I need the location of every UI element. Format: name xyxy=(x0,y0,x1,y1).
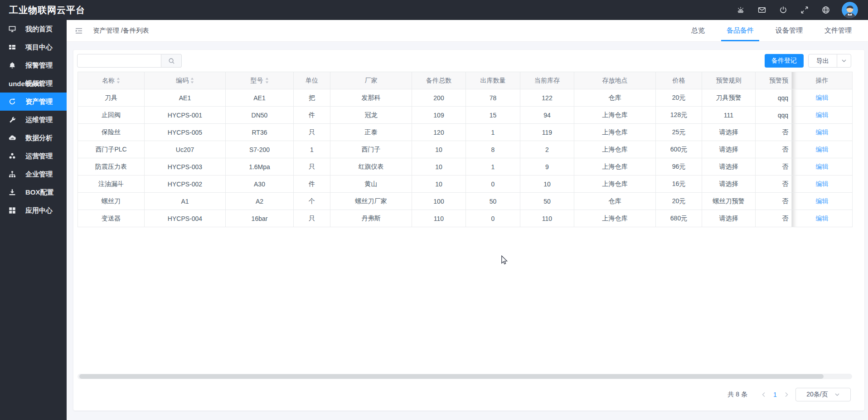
edit-link[interactable]: 编辑 xyxy=(816,163,829,170)
table-cell: 仓库 xyxy=(574,193,656,210)
sidebar-item-4[interactable]: 资产管理 xyxy=(0,93,67,111)
next-page-icon[interactable] xyxy=(781,392,792,397)
edit-link[interactable]: 编辑 xyxy=(816,146,829,153)
table-cell: 20元 xyxy=(656,89,702,107)
sidebar-item-label: 企业管理 xyxy=(25,170,53,179)
chevron-down-icon[interactable] xyxy=(837,54,851,67)
table-cell: 丹弗斯 xyxy=(330,210,412,227)
fullscreen-icon[interactable] xyxy=(800,6,809,14)
user-avatar[interactable] xyxy=(842,2,858,18)
column-label: 当前库存 xyxy=(534,77,560,84)
table-cell: 600元 xyxy=(656,141,702,158)
sidebar-item-3[interactable]: undefined视频管理 xyxy=(0,74,67,93)
page-size-select[interactable]: 20条/页 xyxy=(795,388,851,401)
sitemap-icon xyxy=(9,171,16,178)
edit-link[interactable]: 编辑 xyxy=(816,111,829,118)
table-cell: 25元 xyxy=(656,124,702,141)
table-row: 螺丝刀A1A2个螺丝刀厂家1005050仓库20元螺丝刀预警否编辑 xyxy=(78,193,853,210)
mail-icon[interactable] xyxy=(758,6,766,14)
sidebar-item-7[interactable]: 运营管理 xyxy=(0,147,67,165)
monitor-icon xyxy=(9,25,16,33)
sort-caret-icon[interactable] xyxy=(263,77,269,84)
sort-caret-icon[interactable] xyxy=(115,77,120,84)
table-cell: 1 xyxy=(466,158,520,176)
sidebar-item-label: 运维管理 xyxy=(25,116,53,124)
edit-link[interactable]: 编辑 xyxy=(816,180,829,187)
table-cell: 保险丝 xyxy=(78,124,145,141)
action-cell: 编辑 xyxy=(792,107,853,124)
sidebar-item-8[interactable]: 企业管理 xyxy=(0,165,67,183)
edit-link[interactable]: 编辑 xyxy=(816,94,829,101)
toolbar: 备件登记 导出 xyxy=(73,50,864,68)
action-cell: 编辑 xyxy=(792,193,853,210)
column-header-1[interactable]: 编码 xyxy=(145,72,226,89)
sidebar-item-5[interactable]: 运维管理 xyxy=(0,111,67,129)
chevron-down-icon xyxy=(834,392,840,397)
table-cell: 螺丝刀 xyxy=(78,193,145,210)
sidebar-item-10[interactable]: 应用中心 xyxy=(0,201,67,220)
table-cell: 请选择 xyxy=(702,124,756,141)
sort-caret-icon[interactable] xyxy=(189,77,194,84)
table-cell: 否 xyxy=(756,210,792,227)
search-group xyxy=(77,54,182,68)
sidebar-item-1[interactable]: 项目中心 xyxy=(0,38,67,56)
power-icon[interactable] xyxy=(779,6,787,14)
table-cell: A2 xyxy=(226,193,294,210)
column-header-5: 备件总数 xyxy=(412,72,466,89)
register-part-button[interactable]: 备件登记 xyxy=(765,54,804,68)
table-cell: A1 xyxy=(145,193,226,210)
sidebar-item-0[interactable]: 我的首页 xyxy=(0,20,67,38)
column-header-9: 价格 xyxy=(656,72,702,89)
table-cell: HYCPS-005 xyxy=(145,124,226,141)
page-number[interactable]: 1 xyxy=(769,391,781,398)
table-cell: 2 xyxy=(520,141,574,158)
search-input[interactable] xyxy=(77,54,161,68)
table-cell: 20元 xyxy=(656,193,702,210)
table-cell: 120 xyxy=(412,124,466,141)
search-icon xyxy=(168,58,175,64)
prev-page-icon[interactable] xyxy=(758,392,769,397)
collapse-menu-icon[interactable] xyxy=(75,27,83,35)
tab-0[interactable]: 总览 xyxy=(680,20,716,41)
table-cell: 上海仓库 xyxy=(574,158,656,176)
table-cell: 8 xyxy=(466,141,520,158)
sidebar-item-label: 运营管理 xyxy=(25,152,53,161)
table-cell: 止回阀 xyxy=(78,107,145,124)
action-cell: 编辑 xyxy=(792,141,853,158)
column-header-0[interactable]: 名称 xyxy=(78,72,145,89)
table-cell: 只 xyxy=(294,210,330,227)
bell-icon xyxy=(9,62,16,69)
tab-1[interactable]: 备品备件 xyxy=(716,20,765,41)
table-cell: 94 xyxy=(520,107,574,124)
table-cell: 16元 xyxy=(656,176,702,193)
table-cell: 0 xyxy=(466,210,520,227)
table-cell: 1 xyxy=(294,141,330,158)
sidebar-item-label: 资产管理 xyxy=(25,98,53,106)
column-header-6: 出库数量 xyxy=(466,72,520,89)
sidebar-item-9[interactable]: BOX配置 xyxy=(0,183,67,201)
header-icon-group xyxy=(723,6,830,14)
video-camera-icon: undefined xyxy=(9,80,16,87)
column-header-2[interactable]: 型号 xyxy=(226,72,294,89)
table-cell: 50 xyxy=(520,193,574,210)
circles-icon xyxy=(9,152,16,160)
globe-icon[interactable] xyxy=(822,6,830,14)
alarm-icon[interactable] xyxy=(737,6,745,14)
action-cell: 编辑 xyxy=(792,89,853,107)
action-cell: 编辑 xyxy=(792,158,853,176)
tab-3[interactable]: 文件管理 xyxy=(814,20,863,41)
sidebar-item-2[interactable]: 报警管理 xyxy=(0,56,67,74)
table-cell: 1 xyxy=(466,124,520,141)
column-label: 单位 xyxy=(305,77,318,84)
edit-link[interactable]: 编辑 xyxy=(816,128,829,136)
table-cell: 螺丝刀厂家 xyxy=(330,193,412,210)
column-label: 编码 xyxy=(176,77,189,84)
search-button[interactable] xyxy=(161,54,182,68)
edit-link[interactable]: 编辑 xyxy=(816,197,829,205)
export-button[interactable]: 导出 xyxy=(808,54,851,68)
horizontal-scrollbar-thumb[interactable] xyxy=(79,374,824,379)
tab-2[interactable]: 设备管理 xyxy=(765,20,814,41)
table-cell: 正泰 xyxy=(330,124,412,141)
edit-link[interactable]: 编辑 xyxy=(816,215,829,222)
sidebar-item-6[interactable]: 数据分析 xyxy=(0,129,67,147)
